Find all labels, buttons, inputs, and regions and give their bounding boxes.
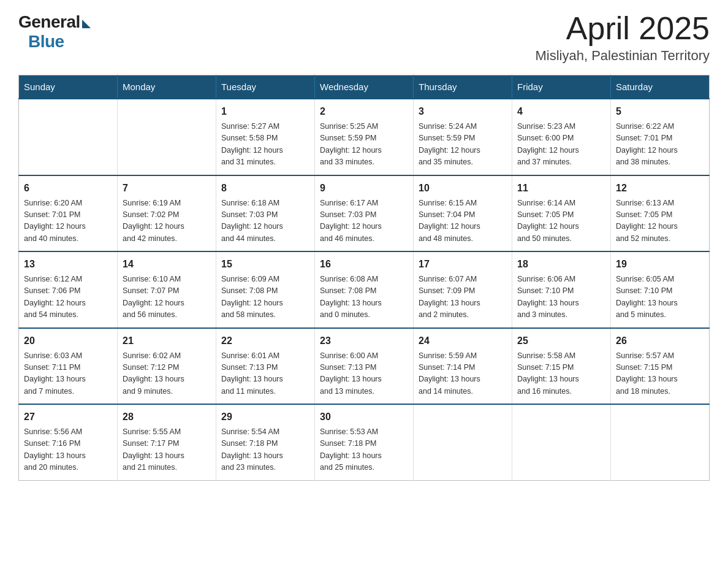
weekday-header-thursday: Thursday	[414, 75, 512, 99]
day-info: Sunrise: 6:17 AMSunset: 7:03 PMDaylight:…	[320, 197, 408, 245]
day-number: 19	[616, 257, 704, 272]
calendar-cell: 15Sunrise: 6:09 AMSunset: 7:08 PMDayligh…	[216, 251, 315, 328]
day-number: 22	[221, 334, 309, 348]
day-number: 14	[123, 257, 211, 272]
calendar-cell	[414, 404, 512, 480]
day-info: Sunrise: 6:20 AMSunset: 7:01 PMDaylight:…	[24, 197, 112, 245]
page-title: April 2025	[536, 12, 710, 44]
calendar-cell: 27Sunrise: 5:56 AMSunset: 7:16 PMDayligh…	[19, 404, 118, 480]
day-number: 26	[616, 334, 704, 348]
day-number: 8	[221, 181, 309, 196]
day-number: 12	[616, 181, 704, 196]
day-number: 23	[320, 334, 408, 348]
title-area: April 2025 Misliyah, Palestinian Territo…	[536, 12, 710, 64]
calendar-cell: 9Sunrise: 6:17 AMSunset: 7:03 PMDaylight…	[315, 175, 414, 252]
calendar-cell: 12Sunrise: 6:13 AMSunset: 7:05 PMDayligh…	[611, 175, 710, 252]
day-number: 2	[320, 104, 408, 119]
logo-general-text: General	[18, 12, 80, 32]
day-number: 24	[419, 334, 507, 348]
day-number: 17	[419, 257, 507, 272]
day-info: Sunrise: 5:25 AMSunset: 5:59 PMDaylight:…	[320, 121, 408, 169]
calendar-cell: 30Sunrise: 5:53 AMSunset: 7:18 PMDayligh…	[315, 404, 414, 480]
calendar-cell: 21Sunrise: 6:02 AMSunset: 7:12 PMDayligh…	[118, 328, 216, 405]
day-number: 10	[419, 181, 507, 196]
day-info: Sunrise: 5:55 AMSunset: 7:17 PMDaylight:…	[123, 426, 211, 474]
calendar-cell: 18Sunrise: 6:06 AMSunset: 7:10 PMDayligh…	[512, 251, 611, 328]
weekday-header-monday: Monday	[118, 75, 216, 99]
day-info: Sunrise: 5:57 AMSunset: 7:15 PMDaylight:…	[616, 350, 704, 398]
day-info: Sunrise: 6:01 AMSunset: 7:13 PMDaylight:…	[221, 350, 309, 398]
calendar-cell	[19, 99, 118, 175]
calendar-cell: 1Sunrise: 5:27 AMSunset: 5:58 PMDaylight…	[216, 99, 315, 175]
day-info: Sunrise: 5:53 AMSunset: 7:18 PMDaylight:…	[320, 426, 408, 474]
calendar-cell: 20Sunrise: 6:03 AMSunset: 7:11 PMDayligh…	[19, 328, 118, 405]
calendar-week-3: 13Sunrise: 6:12 AMSunset: 7:06 PMDayligh…	[19, 251, 710, 328]
weekday-header-saturday: Saturday	[611, 75, 710, 99]
day-number: 29	[221, 410, 309, 424]
calendar-cell: 6Sunrise: 6:20 AMSunset: 7:01 PMDaylight…	[19, 175, 118, 252]
calendar-table: SundayMondayTuesdayWednesdayThursdayFrid…	[18, 75, 710, 481]
calendar-cell: 22Sunrise: 6:01 AMSunset: 7:13 PMDayligh…	[216, 328, 315, 405]
day-number: 20	[24, 334, 112, 348]
day-number: 1	[221, 104, 309, 119]
day-info: Sunrise: 6:07 AMSunset: 7:09 PMDaylight:…	[419, 274, 507, 321]
day-number: 5	[616, 104, 704, 119]
day-info: Sunrise: 5:23 AMSunset: 6:00 PMDaylight:…	[517, 121, 605, 169]
day-info: Sunrise: 6:09 AMSunset: 7:08 PMDaylight:…	[221, 274, 309, 321]
weekday-header-tuesday: Tuesday	[216, 75, 315, 99]
day-number: 7	[123, 181, 211, 196]
day-info: Sunrise: 6:10 AMSunset: 7:07 PMDaylight:…	[123, 274, 211, 321]
day-number: 16	[320, 257, 408, 272]
day-info: Sunrise: 5:56 AMSunset: 7:16 PMDaylight:…	[24, 426, 112, 474]
day-info: Sunrise: 5:27 AMSunset: 5:58 PMDaylight:…	[221, 121, 309, 169]
day-info: Sunrise: 6:06 AMSunset: 7:10 PMDaylight:…	[517, 274, 605, 321]
calendar-cell: 26Sunrise: 5:57 AMSunset: 7:15 PMDayligh…	[611, 328, 710, 405]
calendar-cell: 11Sunrise: 6:14 AMSunset: 7:05 PMDayligh…	[512, 175, 611, 252]
calendar-cell: 24Sunrise: 5:59 AMSunset: 7:14 PMDayligh…	[414, 328, 512, 405]
day-number: 18	[517, 257, 605, 272]
day-number: 11	[517, 181, 605, 196]
day-number: 25	[517, 334, 605, 348]
calendar-cell	[118, 99, 216, 175]
day-info: Sunrise: 6:19 AMSunset: 7:02 PMDaylight:…	[123, 197, 211, 245]
logo-blue-text: Blue	[28, 32, 64, 52]
weekday-header-row: SundayMondayTuesdayWednesdayThursdayFrid…	[19, 75, 710, 99]
day-number: 28	[123, 410, 211, 424]
calendar-week-2: 6Sunrise: 6:20 AMSunset: 7:01 PMDaylight…	[19, 175, 710, 252]
day-number: 30	[320, 410, 408, 424]
day-number: 6	[24, 181, 112, 196]
calendar-week-4: 20Sunrise: 6:03 AMSunset: 7:11 PMDayligh…	[19, 328, 710, 405]
weekday-header-sunday: Sunday	[19, 75, 118, 99]
day-info: Sunrise: 6:03 AMSunset: 7:11 PMDaylight:…	[24, 350, 112, 398]
day-info: Sunrise: 6:05 AMSunset: 7:10 PMDaylight:…	[616, 274, 704, 321]
day-info: Sunrise: 5:59 AMSunset: 7:14 PMDaylight:…	[419, 350, 507, 398]
calendar-cell: 28Sunrise: 5:55 AMSunset: 7:17 PMDayligh…	[118, 404, 216, 480]
day-number: 4	[517, 104, 605, 119]
day-info: Sunrise: 6:08 AMSunset: 7:08 PMDaylight:…	[320, 274, 408, 321]
calendar-cell: 3Sunrise: 5:24 AMSunset: 5:59 PMDaylight…	[414, 99, 512, 175]
page-header: General Blue April 2025 Misliyah, Palest…	[18, 12, 710, 64]
calendar-cell: 5Sunrise: 6:22 AMSunset: 7:01 PMDaylight…	[611, 99, 710, 175]
calendar-week-5: 27Sunrise: 5:56 AMSunset: 7:16 PMDayligh…	[19, 404, 710, 480]
day-number: 13	[24, 257, 112, 272]
day-number: 21	[123, 334, 211, 348]
logo-triangle-icon	[82, 20, 91, 28]
day-info: Sunrise: 6:22 AMSunset: 7:01 PMDaylight:…	[616, 121, 704, 169]
calendar-cell: 13Sunrise: 6:12 AMSunset: 7:06 PMDayligh…	[19, 251, 118, 328]
calendar-cell: 2Sunrise: 5:25 AMSunset: 5:59 PMDaylight…	[315, 99, 414, 175]
calendar-body: 1Sunrise: 5:27 AMSunset: 5:58 PMDaylight…	[19, 99, 710, 480]
logo: General Blue	[18, 12, 91, 52]
day-info: Sunrise: 6:14 AMSunset: 7:05 PMDaylight:…	[517, 197, 605, 245]
calendar-cell: 29Sunrise: 5:54 AMSunset: 7:18 PMDayligh…	[216, 404, 315, 480]
calendar-cell: 23Sunrise: 6:00 AMSunset: 7:13 PMDayligh…	[315, 328, 414, 405]
day-info: Sunrise: 6:15 AMSunset: 7:04 PMDaylight:…	[419, 197, 507, 245]
day-number: 9	[320, 181, 408, 196]
day-number: 27	[24, 410, 112, 424]
calendar-cell: 4Sunrise: 5:23 AMSunset: 6:00 PMDaylight…	[512, 99, 611, 175]
calendar-header: SundayMondayTuesdayWednesdayThursdayFrid…	[19, 75, 710, 99]
calendar-cell: 25Sunrise: 5:58 AMSunset: 7:15 PMDayligh…	[512, 328, 611, 405]
calendar-cell: 19Sunrise: 6:05 AMSunset: 7:10 PMDayligh…	[611, 251, 710, 328]
calendar-cell: 16Sunrise: 6:08 AMSunset: 7:08 PMDayligh…	[315, 251, 414, 328]
day-number: 15	[221, 257, 309, 272]
day-number: 3	[419, 104, 507, 119]
